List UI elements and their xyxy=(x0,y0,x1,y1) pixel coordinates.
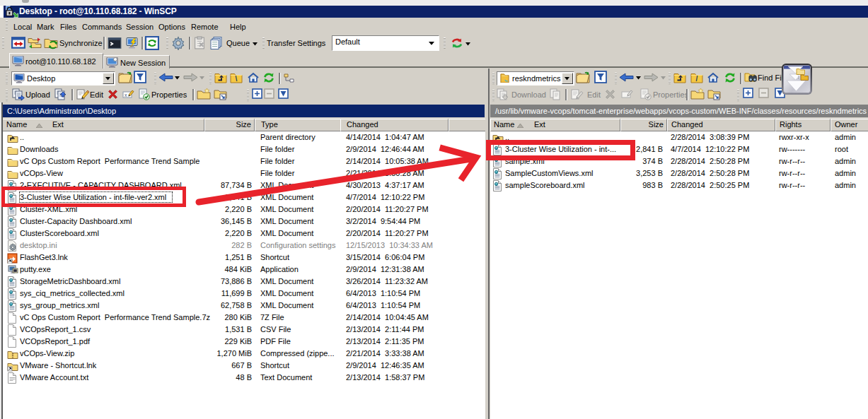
svg-text:x: x xyxy=(125,93,127,98)
svg-text:/: / xyxy=(696,75,698,83)
svg-text:\: \ xyxy=(236,75,238,83)
